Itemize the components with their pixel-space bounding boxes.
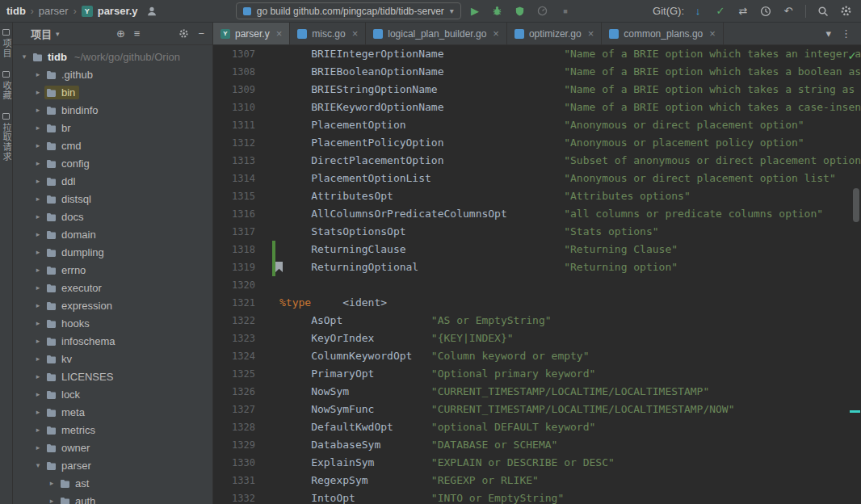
hidden-tabs-dropdown-icon[interactable]: ▾ (825, 27, 831, 40)
panel-options-gear-icon[interactable] (178, 28, 189, 39)
chevron-right-icon[interactable]: ▸ (32, 230, 44, 238)
editor-tab-common_plans.go[interactable]: common_plans.go× (602, 23, 724, 44)
code-line-1316[interactable]: 1316 AllColumnsOrPredicateColumnsOpt "al… (213, 205, 861, 223)
tree-item-infoschema[interactable]: ▸infoschema (13, 332, 212, 350)
code-line-1309[interactable]: 1309 BRIEStringOptionName "Name of a BRI… (213, 81, 861, 99)
stripe-button-pull-requests[interactable]: 拉取请求 (1, 113, 11, 162)
stop-icon[interactable]: ■ (556, 3, 574, 19)
chevron-right-icon[interactable]: ▸ (32, 284, 44, 292)
editor-tab-misc.go[interactable]: misc.go× (290, 23, 366, 44)
code-line-1332[interactable]: 1332 IntoOpt "INTO or EmptyString" (213, 489, 861, 504)
code-line-1328[interactable]: 1328 DefaultKwdOpt "optional DEFAULT key… (213, 418, 861, 436)
code-line-1308[interactable]: 1308 BRIEBooleanOptionName "Name of a BR… (213, 63, 861, 81)
code-line-1313[interactable]: 1313 DirectPlacementOption "Subset of an… (213, 152, 861, 170)
code-line-1310[interactable]: 1310 BRIEKeywordOptionName "Name of a BR… (213, 99, 861, 116)
bookmark-icon[interactable] (275, 262, 283, 272)
stripe-button-project[interactable]: 项目 (1, 29, 11, 58)
tree-item-meta[interactable]: ▸meta (13, 403, 212, 421)
chevron-right-icon[interactable]: ▸ (32, 159, 44, 167)
close-tab-icon[interactable]: × (709, 28, 716, 39)
tree-item-distsql[interactable]: ▸distsql (13, 190, 212, 208)
tree-item-bin[interactable]: ▸bin (13, 83, 212, 101)
chevron-right-icon[interactable]: ▸ (32, 319, 44, 327)
tree-item-kv[interactable]: ▸kv (13, 350, 212, 368)
chevron-right-icon[interactable]: ▸ (32, 266, 44, 274)
tree-item-auth[interactable]: ▸auth (13, 492, 212, 504)
editor-tab-parser.y[interactable]: Yparser.y× (213, 23, 290, 44)
code-line-1322[interactable]: 1322 AsOpt "AS or EmptyString" (213, 312, 861, 330)
editor-scrollbar-thumb[interactable] (853, 188, 859, 222)
tree-item-ddl[interactable]: ▸ddl (13, 172, 212, 190)
tree-item-owner[interactable]: ▸owner (13, 439, 212, 456)
tree-item-lock[interactable]: ▸lock (13, 385, 212, 403)
tree-item-cmd[interactable]: ▸cmd (13, 136, 212, 154)
tree-item-dumpling[interactable]: ▸dumpling (13, 243, 212, 261)
editor-tab-optimizer.go[interactable]: optimizer.go× (507, 23, 602, 44)
git-update-icon[interactable]: ↓ (689, 3, 707, 19)
code-line-1329[interactable]: 1329 DatabaseSym "DATABASE or SCHEMA" (213, 436, 861, 454)
code-line-1327[interactable]: 1327 NowSymFunc "CURRENT_TIMESTAMP/LOCAL… (213, 401, 861, 418)
profiler-icon[interactable] (534, 3, 552, 19)
tree-item-docs[interactable]: ▸docs (13, 208, 212, 225)
hide-panel-icon[interactable]: − (198, 27, 204, 40)
tree-item-errno[interactable]: ▸errno (13, 261, 212, 279)
code-line-1321[interactable]: 1321%type <ident> (213, 294, 861, 312)
inspection-ok-icon[interactable]: ✓ (848, 47, 856, 65)
tree-item-domain[interactable]: ▸domain (13, 225, 212, 243)
chevron-right-icon[interactable]: ▸ (32, 195, 44, 203)
breadcrumb-file[interactable]: parser.y (98, 5, 138, 17)
chevron-right-icon[interactable]: ▸ (32, 443, 44, 452)
close-tab-icon[interactable]: × (588, 28, 594, 39)
stripe-button-favorites[interactable]: 收藏 (1, 71, 11, 100)
chevron-right-icon[interactable]: ▸ (32, 141, 44, 149)
coverage-shield-icon[interactable] (511, 3, 529, 19)
chevron-right-icon[interactable]: ▸ (32, 124, 44, 132)
tree-item-tidb[interactable]: ▾tidb~/work/go/github/Orion (13, 48, 212, 65)
locate-file-icon[interactable]: ⊕ (116, 27, 125, 40)
run-configuration-select[interactable]: go build github.com/pingcap/tidb/tidb-se… (236, 2, 461, 19)
git-push-icon[interactable]: ⇄ (734, 3, 752, 19)
search-icon[interactable] (814, 3, 832, 19)
tree-item-LICENSES[interactable]: ▸LICENSES (13, 368, 212, 385)
chevron-down-icon[interactable]: ▾ (18, 52, 31, 61)
chevron-right-icon[interactable]: ▸ (32, 301, 44, 309)
tree-item-bindinfo[interactable]: ▸bindinfo (13, 101, 212, 119)
editor-tab-logical_plan_builder.go[interactable]: logical_plan_builder.go× (366, 23, 507, 44)
chevron-right-icon[interactable]: ▸ (32, 355, 44, 363)
close-tab-icon[interactable]: × (276, 28, 283, 39)
chevron-right-icon[interactable]: ▸ (32, 177, 44, 185)
tree-item-expression[interactable]: ▸expression (13, 296, 212, 314)
chevron-right-icon[interactable]: ▸ (32, 106, 44, 114)
tree-item-br[interactable]: ▸br (13, 119, 212, 136)
debug-bug-icon[interactable] (489, 3, 506, 19)
code-line-1326[interactable]: 1326 NowSym "CURRENT_TIMESTAMP/LOCALTIME… (213, 383, 861, 401)
code-line-1325[interactable]: 1325 PrimaryOpt "Optional primary keywor… (213, 365, 861, 383)
run-button[interactable]: ▶ (466, 3, 484, 19)
chevron-down-icon[interactable]: ▾ (32, 461, 44, 469)
settings-gear-icon[interactable] (837, 3, 855, 19)
chevron-right-icon[interactable]: ▸ (45, 479, 58, 487)
chevron-right-icon[interactable]: ▸ (32, 70, 44, 78)
history-clock-icon[interactable] (757, 3, 775, 19)
chevron-right-icon[interactable]: ▸ (32, 248, 44, 256)
tree-item-executor[interactable]: ▸executor (13, 279, 212, 296)
chevron-right-icon[interactable]: ▸ (32, 337, 44, 345)
tree-item-.github[interactable]: ▸.github (13, 65, 212, 83)
git-widget-label[interactable]: Git(G): (653, 5, 684, 17)
code-line-1320[interactable]: 1320 (213, 276, 861, 294)
project-panel-title[interactable]: 项目 (31, 26, 52, 41)
chevron-right-icon[interactable]: ▸ (32, 88, 44, 96)
code-editor[interactable]: 1307 BRIEIntegerOptionName "Name of a BR… (213, 45, 861, 504)
code-line-1331[interactable]: 1331 RegexpSym "REGEXP or RLIKE" (213, 472, 861, 489)
code-line-1307[interactable]: 1307 BRIEIntegerOptionName "Name of a BR… (213, 45, 861, 63)
rollback-undo-icon[interactable]: ↶ (779, 3, 797, 19)
code-line-1317[interactable]: 1317 StatsOptionsOpt "Stats options" (213, 223, 861, 241)
collapse-all-icon[interactable]: ≡ (134, 27, 141, 40)
more-options-icon[interactable]: ⋮ (841, 27, 851, 40)
tree-item-parser[interactable]: ▾parser (13, 456, 212, 474)
code-line-1319[interactable]: 1319 ReturningOptional "Returning option… (213, 258, 861, 276)
code-line-1311[interactable]: 1311 PlacementOption "Anonymous or direc… (213, 116, 861, 134)
users-icon[interactable] (143, 3, 161, 19)
code-line-1323[interactable]: 1323 KeyOrIndex "{KEY|INDEX}" (213, 330, 861, 347)
code-line-1330[interactable]: 1330 ExplainSym "EXPLAIN or DESCRIBE or … (213, 454, 861, 472)
